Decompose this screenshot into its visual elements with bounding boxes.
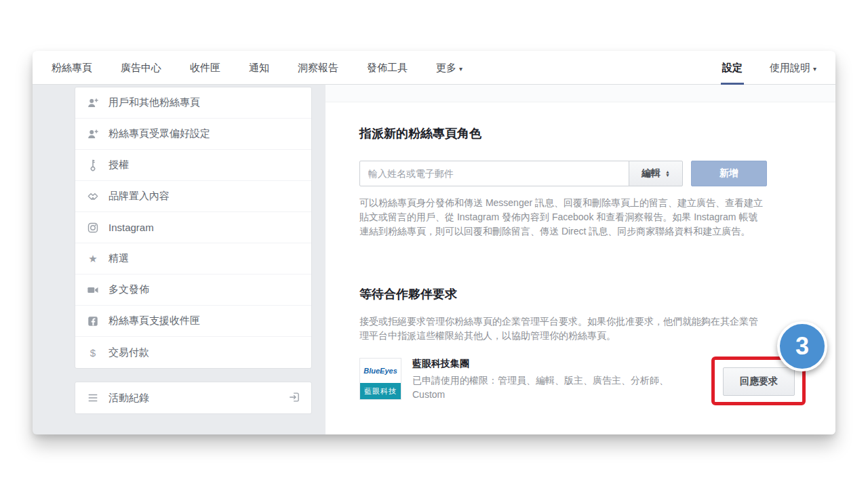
sidebar-item-label: Instagram [108,222,154,233]
list-icon [86,391,100,405]
sidebar-item-label: 多文發佈 [108,283,149,296]
sidebar-item-page-support-inbox[interactable]: 粉絲專頁支援收件匣 [75,306,311,337]
nav-item-help[interactable]: 使用說明▾ [770,51,816,85]
sidebar-item-label: 粉絲專頁支援收件匣 [108,314,200,327]
business-name: 藍眼科技集團 [412,358,684,370]
user-plus-icon [86,96,100,110]
respond-to-request-button[interactable]: 回應要求 [723,367,795,396]
sidebar-item-authorizations[interactable]: 授權 [75,150,311,181]
assign-roles-title: 指派新的粉絲專頁角色 [359,125,795,142]
role-description-text: 可以粉絲專頁身分發佈和傳送 Messenger 訊息、回覆和刪除專頁上的留言、建… [359,196,766,239]
nav-item-help-label: 使用說明 [770,62,810,73]
sidebar-item-label: 用戶和其他粉絲專頁 [108,96,200,109]
key-icon [86,159,100,172]
instagram-icon [86,221,100,235]
sidebar-item-people-and-other-pages[interactable]: 用戶和其他粉絲專頁 [75,87,311,119]
facebook-icon [86,314,100,328]
role-dropdown[interactable]: 編輯 ▲▼ [629,161,683,186]
sidebar-item-label: 活動紀錄 [108,392,149,405]
content-top-strip [326,85,835,102]
partner-request-row: BlueEyes 藍眼科技 藍眼科技集團 已申請使用的權限：管理員、編輯、版主、… [359,358,795,402]
nav-item-inbox[interactable]: 收件匣 [190,51,220,85]
nav-item-settings[interactable]: 設定 [722,51,743,85]
sidebar-item-label: 精選 [108,252,129,265]
top-nav-right: 設定 使用說明▾ [722,51,816,85]
settings-sidebar: 用戶和其他粉絲專頁 粉絲專頁受眾偏好設定 授權 品牌置入內容 [75,87,312,369]
handshake-icon [86,190,100,203]
sidebar-item-audience-preferences[interactable]: 粉絲專頁受眾偏好設定 [75,119,311,150]
partner-description-text: 接受或拒絕要求管理你粉絲專頁的企業管理平台要求。如果你批准要求，他們就能夠在其企… [359,314,766,343]
sidebar-item-label: 粉絲專頁受眾偏好設定 [108,127,210,140]
top-nav-left: 粉絲專頁 廣告中心 收件匣 通知 洞察報告 發佈工具 更多▾ [52,51,462,85]
step-3-badge: 3 [777,321,827,371]
add-button[interactable]: 新增 [691,161,767,186]
sidebar-item-payments[interactable]: $ 交易付款 [75,337,311,368]
sidebar-item-branded-content[interactable]: 品牌置入內容 [75,181,311,212]
role-dropdown-label: 編輯 [642,167,660,180]
business-logo-caption: 藍眼科技 [360,383,401,399]
nav-item-publishing-tools[interactable]: 發佈工具 [367,51,408,85]
nav-item-insights[interactable]: 洞察報告 [298,51,338,85]
respond-button-area: 回應要求 [723,367,795,396]
request-details: 藍眼科技集團 已申請使用的權限：管理員、編輯、版主、廣告主、分析師、Custom [412,358,684,402]
sidebar-item-label: 授權 [108,159,129,171]
business-logo: BlueEyes 藍眼科技 [359,358,401,400]
top-nav: 粉絲專頁 廣告中心 收件匣 通知 洞察報告 發佈工具 更多▾ 設定 使用說明▾ [33,51,835,85]
requested-permissions-text: 已申請使用的權限：管理員、編輯、版主、廣告主、分析師、Custom [412,373,684,402]
sidebar-item-instagram[interactable]: Instagram [75,212,311,243]
sidebar-item-label: 交易付款 [108,346,149,359]
star-icon: ★ [86,252,100,266]
sidebar-item-label: 品牌置入內容 [108,190,170,203]
business-logo-wordmark: BlueEyes [360,359,401,383]
sidebar-item-featured[interactable]: ★ 精選 [75,243,311,274]
facebook-page-settings-window: 粉絲專頁 廣告中心 收件匣 通知 洞察報告 發佈工具 更多▾ 設定 使用說明▾ … [33,51,835,434]
nav-item-ad-center[interactable]: 廣告中心 [121,51,161,85]
dollar-icon: $ [86,346,100,359]
nav-item-notifications[interactable]: 通知 [249,51,269,85]
nav-item-page[interactable]: 粉絲專頁 [52,51,92,85]
page: 粉絲專頁 廣告中心 收件匣 通知 洞察報告 發佈工具 更多▾ 設定 使用說明▾ … [0,0,868,488]
activity-log-card: 活動紀錄 [75,382,312,414]
name-or-email-input[interactable] [359,161,629,186]
video-camera-icon [86,283,100,297]
settings-content-panel: 指派新的粉絲專頁角色 編輯 ▲▼ 新增 可以粉絲專頁身分發佈和傳送 Messen… [326,85,835,434]
caret-down-icon: ▾ [459,65,462,73]
partner-requests-title: 等待合作夥伴要求 [359,286,795,302]
sidebar-item-activity-log[interactable]: 活動紀錄 [75,382,311,413]
open-arrow-icon [288,391,300,405]
caret-down-icon: ▾ [813,65,816,73]
assign-role-row: 編輯 ▲▼ 新增 [359,161,795,186]
nav-item-more[interactable]: 更多▾ [436,51,462,85]
sidebar-item-crossposting[interactable]: 多文發佈 [75,274,311,306]
nav-item-more-label: 更多 [436,62,456,73]
audience-icon [86,127,100,141]
sort-arrows-icon: ▲▼ [665,170,670,177]
